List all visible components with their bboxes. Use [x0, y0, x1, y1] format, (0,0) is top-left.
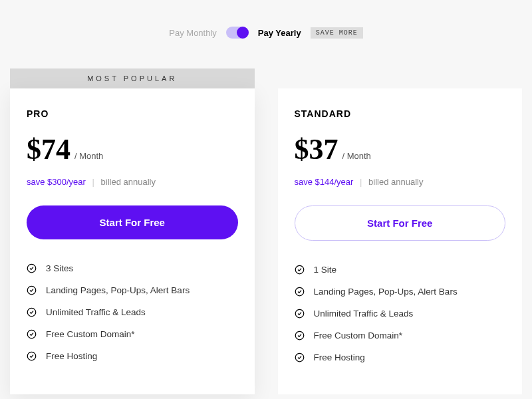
svg-point-9: [295, 353, 304, 362]
pro-feature-2: Unlimited Traffic & Leads: [46, 307, 146, 317]
check-icon: [295, 287, 305, 297]
list-item: Free Hosting: [27, 351, 238, 361]
standard-price-row: $37 / Month: [295, 132, 506, 166]
svg-point-6: [295, 287, 304, 296]
check-icon: [295, 265, 305, 275]
check-icon: [27, 351, 37, 361]
pro-card-wrap: MOST POPULAR PRO $74 / Month save $300/y…: [10, 68, 255, 394]
standard-feature-2: Unlimited Traffic & Leads: [314, 309, 414, 319]
standard-per-month: / Month: [342, 151, 371, 161]
standard-billed-text: billed annually: [368, 177, 423, 187]
standard-savings-row: save $144/year | billed annually: [295, 177, 506, 187]
pricing-cards: MOST POPULAR PRO $74 / Month save $300/y…: [0, 68, 532, 394]
toggle-knob: [237, 27, 249, 39]
standard-card-wrap: STANDARD $37 / Month save $144/year | bi…: [278, 68, 523, 394]
list-item: Free Hosting: [295, 352, 506, 362]
pro-save-text: save $300/year: [27, 177, 86, 187]
svg-point-2: [27, 308, 36, 317]
svg-point-0: [27, 264, 36, 273]
pay-yearly-label[interactable]: Pay Yearly: [258, 28, 301, 38]
check-icon: [295, 331, 305, 340]
pro-savings-row: save $300/year | billed annually: [27, 177, 238, 187]
check-icon: [295, 309, 305, 319]
standard-card: STANDARD $37 / Month save $144/year | bi…: [278, 88, 523, 394]
standard-feature-4: Free Hosting: [314, 352, 365, 362]
pro-price-row: $74 / Month: [27, 132, 238, 166]
ribbon-placeholder: [278, 68, 523, 88]
check-icon: [27, 307, 37, 317]
pro-feature-0: 3 Sites: [46, 263, 73, 273]
standard-feature-1: Landing Pages, Pop-Ups, Alert Bars: [314, 287, 458, 297]
list-item: Free Custom Domain*: [27, 329, 238, 339]
standard-feature-3: Free Custom Domain*: [314, 331, 403, 340]
billing-toggle-switch[interactable]: [226, 27, 249, 39]
check-icon: [295, 352, 305, 362]
standard-price: $37: [295, 132, 338, 166]
pro-start-free-button[interactable]: Start For Free: [27, 205, 238, 239]
standard-start-free-button[interactable]: Start For Free: [295, 205, 506, 241]
pro-feature-3: Free Custom Domain*: [46, 329, 135, 339]
pay-monthly-label[interactable]: Pay Monthly: [169, 28, 217, 38]
most-popular-ribbon: MOST POPULAR: [10, 68, 255, 88]
divider: |: [92, 177, 94, 187]
list-item: Free Custom Domain*: [295, 331, 506, 340]
standard-plan-name: STANDARD: [295, 108, 506, 119]
divider: |: [360, 177, 362, 187]
svg-point-7: [295, 309, 304, 318]
list-item: 3 Sites: [27, 263, 238, 273]
check-icon: [27, 329, 37, 339]
list-item: 1 Site: [295, 265, 506, 275]
svg-point-4: [27, 352, 36, 360]
pro-billed-text: billed annually: [101, 177, 156, 187]
save-more-badge: SAVE MORE: [311, 27, 363, 39]
svg-point-5: [295, 265, 304, 274]
pro-feature-1: Landing Pages, Pop-Ups, Alert Bars: [46, 285, 190, 295]
pro-card: PRO $74 / Month save $300/year | billed …: [10, 88, 255, 394]
pro-plan-name: PRO: [27, 108, 238, 119]
standard-feature-0: 1 Site: [314, 265, 337, 275]
list-item: Landing Pages, Pop-Ups, Alert Bars: [27, 285, 238, 295]
svg-point-3: [27, 330, 36, 338]
check-icon: [27, 285, 37, 295]
standard-save-text: save $144/year: [295, 177, 354, 187]
pro-feature-4: Free Hosting: [46, 351, 97, 361]
check-icon: [27, 263, 37, 273]
billing-toggle-row: Pay Monthly Pay Yearly SAVE MORE: [0, 0, 532, 68]
list-item: Landing Pages, Pop-Ups, Alert Bars: [295, 287, 506, 297]
list-item: Unlimited Traffic & Leads: [295, 309, 506, 319]
svg-point-8: [295, 331, 304, 340]
pro-price: $74: [27, 132, 70, 166]
pro-per-month: / Month: [74, 151, 103, 161]
svg-point-1: [27, 286, 36, 295]
list-item: Unlimited Traffic & Leads: [27, 307, 238, 317]
